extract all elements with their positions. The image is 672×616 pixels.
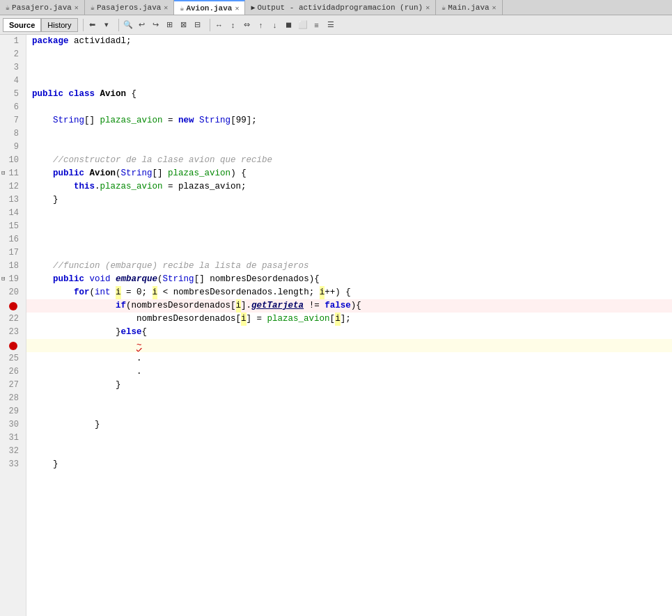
separator-1 bbox=[83, 19, 84, 31]
btn-12[interactable]: ◼ bbox=[282, 18, 296, 32]
btn-9[interactable]: ⇔ bbox=[240, 18, 254, 32]
run-icon: ▶ bbox=[251, 3, 255, 12]
java-icon-4: ☕ bbox=[442, 3, 446, 12]
tab-close-btn-5[interactable]: ✕ bbox=[492, 3, 497, 12]
tab-pasajero[interactable]: ☕ Pasajero.java ✕ bbox=[0, 0, 85, 15]
error-dot-24 bbox=[9, 342, 17, 350]
line-num-16: 16 bbox=[0, 233, 26, 246]
code-line-18: //funcion (embarque) recibe la lista de … bbox=[26, 260, 672, 273]
code-line-31 bbox=[26, 432, 672, 445]
tab-bar: ☕ Pasajero.java ✕ ☕ Pasajeros.java ✕ ☕ A… bbox=[0, 0, 672, 15]
line-num-22: 22 bbox=[0, 313, 26, 326]
toolbar-group-2: 🔍 ↩ ↪ ⊞ ⊠ ⊟ bbox=[121, 18, 205, 32]
tab-pasajeros[interactable]: ☕ Pasajeros.java ✕ bbox=[85, 0, 174, 15]
tab-label-5: Main.java bbox=[448, 3, 489, 12]
java-icon-3: ☕ bbox=[180, 4, 184, 13]
code-line-9 bbox=[26, 141, 672, 154]
line-num-9: 9 bbox=[0, 141, 26, 154]
code-line-6 bbox=[26, 101, 672, 114]
code-line-19: public void embarque ( String [] nombres… bbox=[26, 273, 672, 286]
tab-label-3: Avion.java bbox=[186, 4, 232, 13]
btn-15[interactable]: ☰ bbox=[324, 18, 338, 32]
btn-11[interactable]: ↓ bbox=[268, 18, 282, 32]
code-line-16 bbox=[26, 233, 672, 246]
line-num-11: ⊟ 11 bbox=[0, 167, 26, 180]
btn-6[interactable]: ⊟ bbox=[191, 18, 205, 32]
btn-5[interactable]: ⊠ bbox=[177, 18, 191, 32]
line-num-33: 33 bbox=[0, 458, 26, 471]
code-line-13: } bbox=[26, 194, 672, 207]
undo-btn[interactable]: ↩ bbox=[135, 18, 149, 32]
btn-13[interactable]: ⬜ bbox=[296, 18, 310, 32]
line-num-12: 12 bbox=[0, 180, 26, 194]
back-btn[interactable]: ⬅ bbox=[86, 18, 100, 32]
line-num-14: 14 bbox=[0, 207, 26, 220]
keyword: package bbox=[32, 35, 69, 48]
code-line-22: nombresDesordenados[ i ] = plazas_avion … bbox=[26, 313, 672, 326]
btn-10[interactable]: ↑ bbox=[254, 18, 268, 32]
code-line-21: if (nombresDesordenados[ i ]. getTarjeta… bbox=[26, 299, 672, 313]
code-line-27: } bbox=[26, 379, 672, 392]
line-num-1: 1 bbox=[0, 35, 26, 48]
code-line-25: . bbox=[26, 352, 672, 365]
toolbar-group-1: ⬅ ▾ bbox=[86, 18, 114, 32]
tab-close-btn-4[interactable]: ✕ bbox=[425, 3, 430, 12]
line-num-24 bbox=[0, 339, 26, 352]
java-icon-2: ☕ bbox=[91, 3, 95, 12]
code-line-28 bbox=[26, 392, 672, 405]
line-num-27: 27 bbox=[0, 379, 26, 392]
code-line-4 bbox=[26, 74, 672, 88]
source-toolbar: Source History ⬅ ▾ 🔍 ↩ ↪ ⊞ ⊠ ⊟ ↔ ↕ ⇔ ↑ ↓… bbox=[0, 15, 672, 35]
error-dot-21 bbox=[9, 302, 17, 310]
tab-label: Pasajero.java bbox=[12, 3, 72, 12]
line-num-17: 17 bbox=[0, 246, 26, 260]
source-history-group: Source History bbox=[3, 18, 78, 32]
history-btn[interactable]: History bbox=[41, 18, 77, 32]
history-dropdown-btn[interactable]: ▾ bbox=[100, 18, 114, 32]
tab-output[interactable]: ▶ Output - actividadprogramacion (run) ✕ bbox=[245, 0, 436, 15]
fold-icon-19[interactable]: ⊟ bbox=[1, 273, 5, 286]
line-num-13: 13 bbox=[0, 194, 26, 207]
tab-close-btn[interactable]: ✕ bbox=[75, 3, 79, 12]
btn-8[interactable]: ↕ bbox=[226, 18, 240, 32]
code-line-15 bbox=[26, 220, 672, 233]
line-num-6: 6 bbox=[0, 101, 26, 114]
code-line-10: //constructor de la clase avion que reci… bbox=[26, 154, 672, 167]
line-num-19: ⊟ 19 bbox=[0, 273, 26, 286]
code-line-23: } else { bbox=[26, 326, 672, 339]
code-line-1: package actividadl; bbox=[26, 35, 672, 48]
separator-2 bbox=[118, 19, 119, 31]
line-num-4: 4 bbox=[0, 74, 26, 88]
tab-close-btn-3[interactable]: ✕ bbox=[235, 4, 239, 13]
tab-label-4: Output - actividadprogramacion (run) bbox=[257, 3, 423, 12]
code-line-29 bbox=[26, 405, 672, 418]
btn-4[interactable]: ⊞ bbox=[163, 18, 177, 32]
code-line-11: public Avion ( String [] plazas_avion ) … bbox=[26, 167, 672, 180]
line-num-3: 3 bbox=[0, 61, 26, 74]
code-line-20: for ( int i = 0; i < nombresDesordenados… bbox=[26, 286, 672, 299]
line-num-21 bbox=[0, 299, 26, 313]
tab-main[interactable]: ☕ Main.java ✕ bbox=[436, 0, 502, 15]
line-num-18: 18 bbox=[0, 260, 26, 273]
line-num-23: 23 bbox=[0, 326, 26, 339]
tab-close-btn-2[interactable]: ✕ bbox=[164, 3, 168, 12]
source-btn[interactable]: Source bbox=[3, 18, 41, 32]
line-num-7: 7 bbox=[0, 114, 26, 127]
code-line-33: } bbox=[26, 458, 672, 471]
line-num-31: 31 bbox=[0, 432, 26, 445]
line-num-15: 15 bbox=[0, 220, 26, 233]
tab-avion[interactable]: ☕ Avion.java ✕ bbox=[174, 0, 245, 15]
code-line-8 bbox=[26, 127, 672, 141]
java-icon: ☕ bbox=[6, 3, 10, 12]
line-num-25: 25 bbox=[0, 352, 26, 365]
zoom-in-btn[interactable]: 🔍 bbox=[121, 18, 135, 32]
btn-7[interactable]: ↔ bbox=[212, 18, 226, 32]
code-line-5: public class Avion { bbox=[26, 88, 672, 101]
code-line-12: this . plazas_avion = plazas_avion; bbox=[26, 180, 672, 194]
code-line-26: . bbox=[26, 365, 672, 379]
fold-icon-11[interactable]: ⊟ bbox=[1, 167, 5, 180]
btn-14[interactable]: ≡ bbox=[310, 18, 324, 32]
code-area[interactable]: package actividadl; public class Avion {… bbox=[26, 35, 672, 616]
code-line-7: String [] plazas_avion = new String [99]… bbox=[26, 114, 672, 127]
redo-btn[interactable]: ↪ bbox=[149, 18, 163, 32]
